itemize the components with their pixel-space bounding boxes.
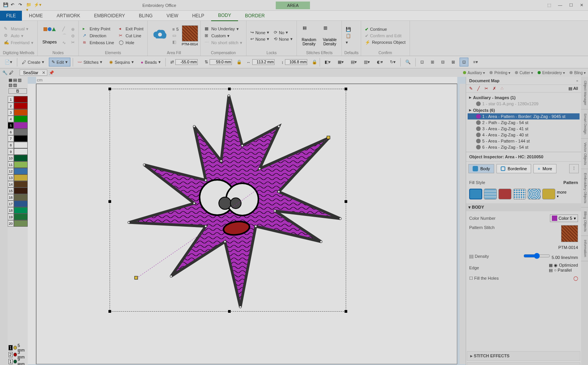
palette-color-row[interactable]: 3 [8,109,28,116]
tab-view[interactable]: VIEW [160,11,185,21]
close-document-icon[interactable]: ✕ [42,70,45,75]
canvas[interactable] [36,84,457,364]
resize-handle[interactable] [108,200,111,203]
resize-handle[interactable] [345,88,347,90]
tool-align[interactable]: ▤▾ [348,58,359,66]
sequins-button[interactable]: ◉ Sequins ▾ [107,58,136,66]
lock-end[interactable]: ↩ None ▾ [249,36,271,42]
height-input[interactable]: ↕ [279,58,310,66]
tool-group[interactable]: ▦▾ [335,58,346,66]
palette-b[interactable]: B [8,88,27,94]
pattern-stitch-swatch[interactable] [561,225,578,242]
side-tab[interactable]: Information [581,236,588,261]
more-swatches[interactable]: more▾ [557,190,566,198]
tab-embroidery[interactable]: EMBROIDERY [87,11,132,21]
tab-artwork[interactable]: ARTWORK [50,11,87,21]
pos-x-input[interactable]: ⇄ [168,58,200,66]
palette-color-row[interactable]: 7 [8,135,28,142]
density-slider[interactable] [523,253,550,259]
mini-tool-1[interactable]: 🔧 [2,70,8,75]
fill-swatch[interactable] [498,189,511,199]
underlay-section[interactable]: ▸ UNDERLAY [467,362,580,365]
view-icon-5[interactable]: ⊡ [460,58,468,66]
tree-node[interactable]: 1 - Area - Pattern - Border: Zig-Zag - 9… [468,113,580,119]
tool-flip[interactable]: ◐▾ [375,58,385,66]
output-tag[interactable]: Embroidery ▾ [538,71,565,75]
area-fill-preview[interactable] [150,22,169,50]
filter-x-icon[interactable]: ✗ [493,86,496,91]
tab-border[interactable]: BORDER [238,11,272,21]
resize-handle[interactable] [228,88,231,90]
palette-color-row[interactable]: 19 [8,214,28,220]
fill-swatch[interactable] [469,189,482,199]
node-tool-3[interactable]: ∿ [61,40,68,46]
node-tool-1[interactable]: ╱ [61,26,68,32]
view-options[interactable]: ≡▾ [471,58,480,66]
view-icon-1[interactable]: ⊡ [418,58,426,66]
entry-point-button[interactable]: ▸Entry Point [81,26,116,32]
filter-dots-icon[interactable]: ∴ [501,86,503,91]
palette-color-row[interactable]: 14 [8,181,28,187]
side-tab[interactable]: Smart Design [581,109,588,139]
short-stitch-select[interactable]: ⋯No short stitch ▾ [203,40,244,46]
defaults-icon-3[interactable]: ▾ [344,40,353,45]
lock-start[interactable]: ↪ None ▾ [249,30,271,35]
fill-swatch[interactable] [484,189,497,199]
tree-node[interactable]: ▸ Auxiliary - Images (1) [468,94,580,101]
underlay-select[interactable]: ▦No Underlay ▾ [203,26,244,32]
itab-body[interactable]: Body [468,164,494,173]
side-tab[interactable]: Object Manager [581,77,588,109]
tab-bling[interactable]: BLING [132,11,160,21]
fill-swatch[interactable] [528,189,541,199]
output-tag[interactable]: Auxiliary ▾ [463,71,485,75]
color-select[interactable]: Color 5 ▾ [550,214,578,222]
fill-swatch[interactable] [542,189,555,199]
tree-node[interactable]: 4 - Area - Zig-Zag - 40 st [468,132,580,138]
palette-color-row[interactable]: 13 [8,174,28,181]
mini-tool-2[interactable]: 🖊 [9,70,13,75]
palette-color-row[interactable]: 20 [8,220,28,227]
stitches-button[interactable]: 〰 Stitches ▾ [75,58,105,66]
body-section-header[interactable]: ▾ BODY [466,203,581,211]
resize-handle[interactable] [108,310,111,313]
itab-more[interactable]: +More [533,164,556,173]
palette-tool-2[interactable]: ▤ [13,78,17,83]
view-icon-4[interactable]: ⊠ [449,58,457,66]
fill-opt-3[interactable]: ◧ [171,39,180,45]
palette-color-row[interactable]: 6 [8,129,28,135]
fill-swatch[interactable] [513,189,526,199]
undo-icon[interactable]: ↶ [11,2,17,8]
edge-parallel-radio[interactable]: ▤ ○ Parallel [549,268,571,272]
palette-color-row[interactable]: 9 [8,148,28,155]
lock-2[interactable]: ⟳ No ▾ [272,30,294,35]
maximize-icon[interactable]: ☐ [569,3,573,8]
reprocess-button[interactable]: ⚡Reprocess Object [363,40,407,45]
save-icon[interactable]: 💾 [3,2,9,8]
stitch-effects-section[interactable]: ▸ STITCH EFFECTS [467,351,580,361]
side-tab[interactable]: Vector Objects [581,139,588,169]
tool-layer[interactable]: ◧▾ [322,58,333,66]
tab-file[interactable]: FILE [0,11,22,21]
auto-button[interactable]: ⚙Auto ▾ [2,33,35,39]
resize-handle[interactable] [345,310,347,313]
palette-tool-1[interactable]: ▦ [8,78,12,83]
edit-button[interactable]: ✎ Edit ▾ [49,58,70,66]
palette-color-row[interactable]: 15 [8,187,28,194]
palette-color-row[interactable]: 10 [8,155,28,161]
close-icon[interactable]: ✕ [580,3,583,8]
palette-color-row[interactable]: 12 [8,168,28,174]
output-tag[interactable]: Bling ▾ [570,71,586,75]
vertical-scrollbar[interactable] [460,84,466,364]
tree-node[interactable]: 6 - Area - Zig-Zag - 54 st [468,144,580,150]
palette-color-row[interactable]: 1 [8,96,28,103]
tree-node[interactable]: 1 - star 01-A.png - 1280x1209 [468,101,580,107]
minimize-icon[interactable]: — [558,3,562,8]
tab-help[interactable]: HELP [185,11,211,21]
variable-density-button[interactable]: ▥Variable Density [320,22,339,50]
node-tool-5[interactable]: ⊖ [70,33,76,39]
cut-line-button[interactable]: ✂Cut Line [117,33,145,39]
custom-select[interactable]: ⊞Custom ▾ [203,33,244,39]
tree-node[interactable]: ▸ Objects (6) [468,107,580,113]
filter-path-icon[interactable]: ╱ [477,86,480,91]
defaults-icon-2[interactable]: 📋 [344,33,353,39]
